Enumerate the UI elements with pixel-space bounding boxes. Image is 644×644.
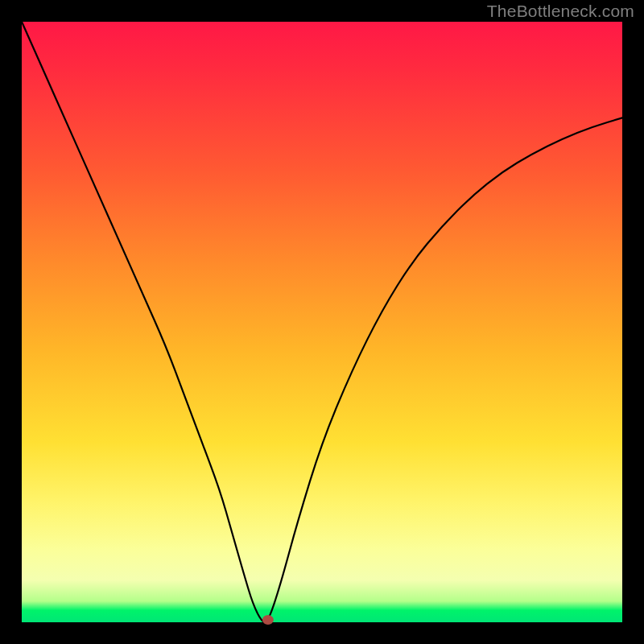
bottleneck-curve (22, 22, 622, 622)
curve-svg (22, 22, 622, 622)
watermark-text: TheBottleneck.com (487, 2, 634, 21)
plot-area (22, 22, 622, 622)
chart-frame: TheBottleneck.com (0, 0, 644, 644)
optimum-marker (262, 615, 274, 625)
